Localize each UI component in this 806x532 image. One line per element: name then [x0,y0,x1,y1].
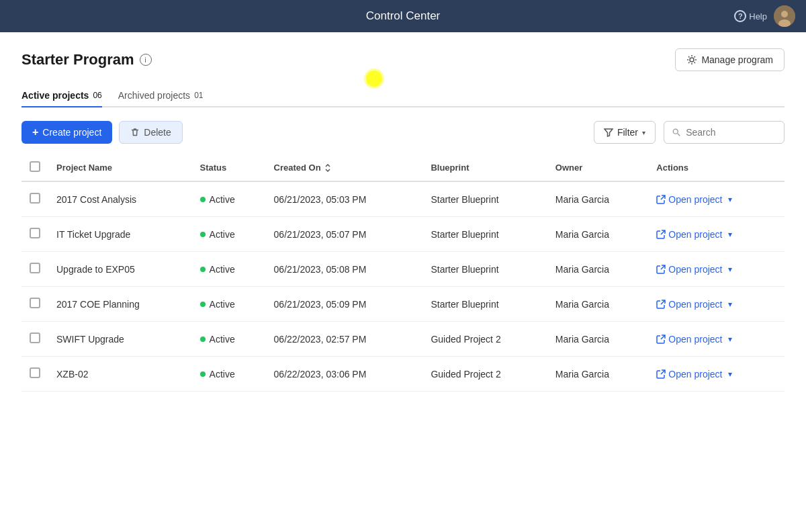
action-dropdown-arrow[interactable]: ▾ [725,333,735,345]
status-label: Active [210,299,235,310]
tab-archived-label: Archived projects [118,90,190,101]
avatar[interactable] [774,5,795,27]
row-created-on: 06/22/2023, 02:57 PM [266,322,423,357]
row-actions: Open project ▾ [648,181,785,217]
row-blueprint: Starter Blueprint [422,217,547,252]
col-checkbox [21,154,48,181]
tab-active-label: Active projects [21,90,89,101]
help-link[interactable]: ? Help [734,10,767,22]
status-dot [200,232,206,237]
manage-program-label: Manage program [701,54,773,65]
row-blueprint: Starter Blueprint [422,287,547,322]
filter-chevron: ▾ [642,129,645,136]
row-checkbox[interactable] [30,298,40,308]
row-checkbox-cell [21,217,48,252]
open-project-link[interactable]: Open project [656,334,722,345]
row-blueprint: Starter Blueprint [422,181,547,217]
tab-archived-projects[interactable]: Archived projects 01 [118,85,204,107]
trash-icon [130,128,140,137]
filter-icon [604,128,613,137]
open-project-link[interactable]: Open project [656,229,722,240]
select-all-checkbox[interactable] [30,161,40,172]
row-owner: Maria Garcia [547,217,649,252]
info-icon[interactable]: i [140,54,152,66]
svg-point-1 [781,11,788,17]
tabs: Active projects 06 Archived projects 01 [21,85,785,107]
action-dropdown-arrow[interactable]: ▾ [725,228,735,240]
table-row: IT Ticket Upgrade Active 06/21/2023, 05:… [21,217,785,252]
page-title-group: Starter Program i [21,51,152,69]
projects-table: Project Name Status Created On [21,154,785,392]
table-row: 2017 COE Planning Active 06/21/2023, 05:… [21,287,785,322]
main-content: Starter Program i Manage program Active … [0,32,806,532]
row-checkbox[interactable] [30,263,40,273]
table-row: 2017 Cost Analysis Active 06/21/2023, 05… [21,181,785,217]
row-project-name: 2017 Cost Analysis [48,181,192,217]
status-label: Active [210,264,235,275]
help-icon: ? [734,10,746,22]
filter-label: Filter [617,127,638,138]
status-label: Active [210,369,235,380]
open-project-link[interactable]: Open project [656,194,722,205]
open-project-link[interactable]: Open project [656,369,722,380]
search-icon [672,128,680,137]
col-created-on[interactable]: Created On [266,154,423,181]
status-label: Active [210,334,235,345]
create-project-button[interactable]: + Create project [21,121,112,144]
delete-label: Delete [144,127,171,138]
row-project-name: XZB-02 [48,357,192,392]
row-status: Active [192,181,266,217]
manage-program-button[interactable]: Manage program [675,48,785,71]
action-dropdown-arrow[interactable]: ▾ [725,298,735,310]
svg-point-3 [690,58,694,62]
row-owner: Maria Garcia [547,252,649,287]
row-project-name: IT Ticket Upgrade [48,217,192,252]
tab-active-projects[interactable]: Active projects 06 [21,85,102,107]
action-dropdown-arrow[interactable]: ▾ [725,368,735,380]
row-project-name: SWIFT Upgrade [48,322,192,357]
row-checkbox-cell [21,322,48,357]
row-created-on: 06/21/2023, 05:03 PM [266,181,423,217]
row-actions: Open project ▾ [648,322,785,357]
search-box[interactable] [664,121,785,144]
filter-button[interactable]: Filter ▾ [594,121,656,144]
row-status: Active [192,217,266,252]
row-checkbox[interactable] [30,193,40,204]
page-title: Starter Program [21,51,134,69]
external-link-icon [656,335,666,344]
row-checkbox[interactable] [30,228,40,238]
row-status: Active [192,252,266,287]
sort-icon [324,164,332,172]
row-checkbox[interactable] [30,367,40,378]
row-actions: Open project ▾ [648,287,785,322]
col-project-name: Project Name [48,154,192,181]
row-project-name: 2017 COE Planning [48,287,192,322]
row-created-on: 06/21/2023, 05:08 PM [266,252,423,287]
status-label: Active [210,229,235,240]
col-owner: Owner [547,154,649,181]
action-dropdown-arrow[interactable]: ▾ [725,263,735,275]
status-dot [200,197,206,202]
external-link-icon [656,300,666,309]
external-link-icon [656,369,666,379]
row-owner: Maria Garcia [547,287,649,322]
row-checkbox-cell [21,181,48,217]
row-blueprint: Guided Project 2 [422,322,547,357]
row-checkbox-cell [21,287,48,322]
open-project-link[interactable]: Open project [656,299,722,310]
row-checkbox[interactable] [30,332,40,343]
action-dropdown-arrow[interactable]: ▾ [725,193,735,206]
search-input[interactable] [686,127,776,138]
help-label: Help [749,11,767,21]
svg-line-5 [678,134,680,136]
status-dot [200,337,206,342]
row-actions: Open project ▾ [648,357,785,392]
row-blueprint: Starter Blueprint [422,252,547,287]
delete-button[interactable]: Delete [119,121,182,144]
plus-icon: + [32,126,38,138]
col-status: Status [192,154,266,181]
nav-right: ? Help [734,5,795,27]
status-dot [200,371,206,377]
open-project-link[interactable]: Open project [656,264,722,275]
external-link-icon [656,195,666,204]
